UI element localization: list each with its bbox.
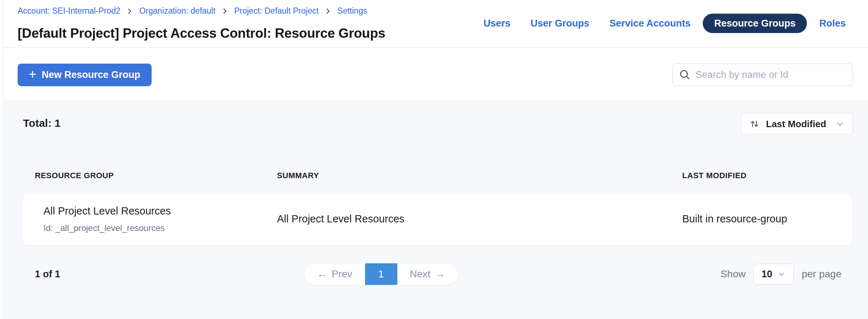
- resource-groups-page: Account: SEI-Internal-Prod2 Organization…: [0, 0, 868, 319]
- next-page-button[interactable]: Next →: [397, 263, 458, 285]
- new-resource-group-button[interactable]: + New Resource Group: [18, 64, 152, 86]
- toolbar: + New Resource Group: [3, 48, 868, 101]
- sort-arrows-icon: [749, 119, 760, 129]
- breadcrumb-project-link[interactable]: Project: Default Project: [234, 6, 319, 16]
- table-header-row: RESOURCE GROUP SUMMARY LAST MODIFIED: [23, 171, 852, 182]
- search-input[interactable]: [696, 69, 846, 80]
- current-page-button[interactable]: 1: [365, 263, 397, 285]
- next-page-label: Next: [410, 268, 430, 280]
- prev-page-label: Prev: [332, 268, 352, 280]
- content-area: Total: 1 Last Modified RESOURCE GROUP SU…: [3, 102, 868, 319]
- total-count-label: Total: 1: [23, 117, 60, 129]
- per-page-label: per page: [802, 268, 841, 280]
- chevron-down-icon: [777, 270, 786, 278]
- breadcrumb-settings-link[interactable]: Settings: [337, 6, 367, 16]
- chevron-right-icon: [325, 8, 331, 14]
- access-control-tabs: Users User Groups Service Accounts Resou…: [476, 14, 854, 33]
- table-row[interactable]: All Project Level Resources Id: _all_pro…: [23, 194, 852, 245]
- arrow-right-icon: →: [435, 269, 445, 279]
- search-icon: [679, 69, 690, 80]
- plus-icon: +: [29, 68, 36, 81]
- tab-user-groups[interactable]: User Groups: [523, 14, 597, 33]
- chevron-right-icon: [222, 8, 228, 14]
- resource-group-id: Id: _all_project_level_resources: [43, 223, 165, 233]
- resource-group-summary: All Project Level Resources: [277, 213, 405, 225]
- column-header-summary: SUMMARY: [277, 171, 319, 180]
- breadcrumb-organization-link[interactable]: Organization: default: [139, 6, 215, 16]
- page-header: Account: SEI-Internal-Prod2 Organization…: [3, 0, 868, 48]
- page-size-value: 10: [761, 269, 772, 280]
- show-label: Show: [720, 268, 745, 280]
- column-header-last-modified: LAST MODIFIED: [682, 171, 747, 180]
- resource-group-name: All Project Level Resources: [43, 205, 171, 217]
- sort-dropdown[interactable]: Last Modified: [741, 113, 853, 135]
- tab-service-accounts[interactable]: Service Accounts: [601, 14, 698, 33]
- breadcrumb: Account: SEI-Internal-Prod2 Organization…: [18, 6, 367, 16]
- sort-dropdown-value: Last Modified: [766, 119, 829, 130]
- arrow-left-icon: ←: [317, 269, 327, 279]
- pager: ← Prev 1 Next →: [304, 263, 458, 285]
- column-header-resource-group: RESOURCE GROUP: [35, 171, 114, 180]
- breadcrumb-account-link[interactable]: Account: SEI-Internal-Prod2: [18, 6, 120, 16]
- resource-group-last-modified: Built in resource-group: [682, 213, 787, 225]
- page-size-group: Show 10 per page: [720, 263, 841, 285]
- prev-page-button[interactable]: ← Prev: [304, 263, 365, 285]
- chevron-down-icon: [835, 119, 845, 129]
- pagination-bar: 1 of 1 ← Prev 1 Next → Show 10: [23, 263, 852, 285]
- chevron-right-icon: [126, 8, 133, 14]
- tab-roles[interactable]: Roles: [811, 14, 854, 33]
- page-range-label: 1 of 1: [35, 263, 60, 285]
- page-size-select[interactable]: 10: [753, 264, 794, 285]
- tab-users[interactable]: Users: [476, 14, 518, 33]
- search-box: [673, 64, 853, 86]
- tab-resource-groups[interactable]: Resource Groups: [703, 14, 807, 33]
- new-resource-group-button-label: New Resource Group: [42, 69, 140, 80]
- page-title: [Default Project] Project Access Control…: [18, 26, 385, 41]
